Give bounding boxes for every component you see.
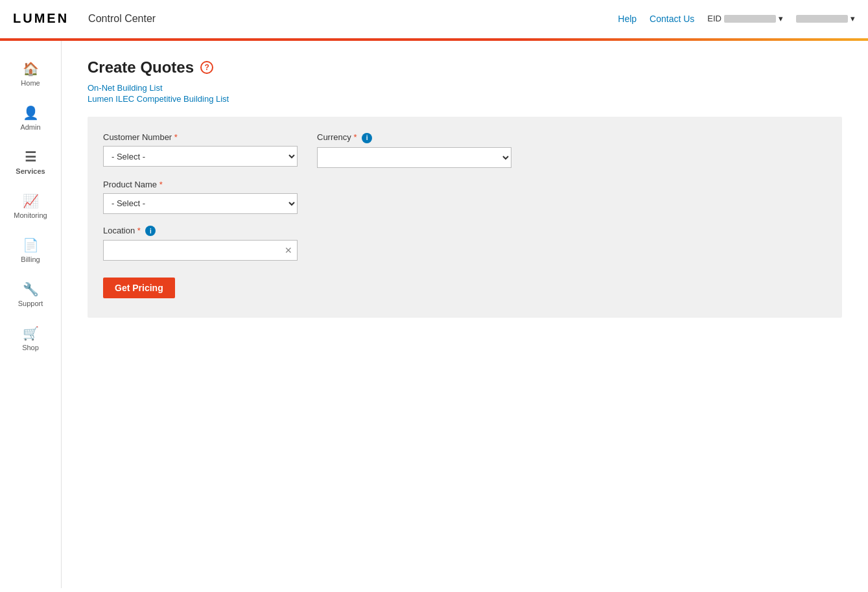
lumen-logo: LUMEN <box>13 11 69 26</box>
monitoring-icon: 📈 <box>23 193 39 209</box>
customer-number-required: * <box>174 132 178 142</box>
support-icon: 🔧 <box>23 281 39 297</box>
sidebar-item-services[interactable]: ☰ Services <box>0 140 61 184</box>
sidebar-label-home: Home <box>21 79 40 87</box>
services-icon: ☰ <box>25 149 36 165</box>
get-pricing-button[interactable]: Get Pricing <box>103 278 175 298</box>
customer-number-group: Customer Number * - Select - <box>103 132 298 168</box>
header-right: Help Contact Us EID ▾ ▾ <box>618 14 855 24</box>
header: LUMEN Control Center Help Contact Us EID… <box>0 0 868 39</box>
sidebar-item-admin[interactable]: 👤 Admin <box>0 96 61 140</box>
eid-label: EID <box>707 14 721 23</box>
billing-icon: 📄 <box>23 237 39 253</box>
currency-required: * <box>353 132 357 142</box>
home-icon: 🏠 <box>23 61 39 77</box>
user-chevron-icon: ▾ <box>850 14 855 23</box>
form-panel: Customer Number * - Select - Currency * … <box>88 117 842 318</box>
sidebar-label-billing: Billing <box>21 255 40 263</box>
on-net-link[interactable]: On-Net Building List <box>88 83 842 93</box>
product-name-group: Product Name * - Select - <box>103 180 298 214</box>
location-label: Location * i <box>103 226 298 237</box>
sidebar-item-billing[interactable]: 📄 Billing <box>0 228 61 272</box>
sidebar-label-shop: Shop <box>22 344 39 351</box>
ilec-link[interactable]: Lumen ILEC Competitive Building List <box>88 94 842 104</box>
location-info-icon[interactable]: i <box>145 226 156 236</box>
product-name-label: Product Name * <box>103 180 298 189</box>
currency-group: Currency * i <box>317 132 511 168</box>
location-clear-icon[interactable]: ✕ <box>285 245 292 255</box>
form-row-1: Customer Number * - Select - Currency * … <box>103 132 827 168</box>
help-link[interactable]: Help <box>618 14 637 24</box>
eid-dropdown[interactable]: EID ▾ <box>707 14 783 23</box>
user-value <box>796 15 848 23</box>
location-group: Location * i ✕ <box>103 226 298 261</box>
location-input-wrap: ✕ <box>103 240 298 261</box>
main-content: Create Quotes ? On-Net Building List Lum… <box>62 39 868 588</box>
eid-chevron-icon: ▾ <box>779 14 783 23</box>
sidebar-item-shop[interactable]: 🛒 Shop <box>0 316 61 361</box>
page-title-row: Create Quotes ? <box>88 58 842 77</box>
page-help-icon[interactable]: ? <box>200 61 213 74</box>
page-links: On-Net Building List Lumen ILEC Competit… <box>88 83 842 104</box>
contact-us-link[interactable]: Contact Us <box>650 14 694 24</box>
admin-icon: 👤 <box>23 105 39 121</box>
customer-number-select[interactable]: - Select - <box>103 146 298 167</box>
sidebar-label-admin: Admin <box>20 123 40 131</box>
page-title: Create Quotes <box>88 58 194 77</box>
sidebar-label-services: Services <box>16 167 45 175</box>
sidebar-label-monitoring: Monitoring <box>14 211 47 219</box>
location-input[interactable] <box>103 240 298 261</box>
sidebar-label-support: Support <box>18 300 43 307</box>
product-name-required: * <box>159 180 163 189</box>
eid-value <box>724 15 776 23</box>
sidebar-item-home[interactable]: 🏠 Home <box>0 52 61 96</box>
shop-icon: 🛒 <box>23 326 39 341</box>
currency-info-icon[interactable]: i <box>362 133 372 143</box>
layout: 🏠 Home 👤 Admin ☰ Services 📈 Monitoring 📄… <box>0 39 868 588</box>
currency-label: Currency * i <box>317 132 511 143</box>
product-name-select[interactable]: - Select - <box>103 193 298 214</box>
form-row-2: Product Name * - Select - <box>103 180 827 214</box>
sidebar: 🏠 Home 👤 Admin ☰ Services 📈 Monitoring 📄… <box>0 39 62 588</box>
customer-number-label: Customer Number * <box>103 132 298 142</box>
app-title: Control Center <box>88 13 618 25</box>
sidebar-item-monitoring[interactable]: 📈 Monitoring <box>0 184 61 228</box>
sidebar-item-support[interactable]: 🔧 Support <box>0 272 61 316</box>
currency-select[interactable] <box>317 147 511 168</box>
location-required: * <box>137 226 141 235</box>
form-row-3: Location * i ✕ <box>103 226 827 261</box>
user-dropdown[interactable]: ▾ <box>796 14 855 23</box>
